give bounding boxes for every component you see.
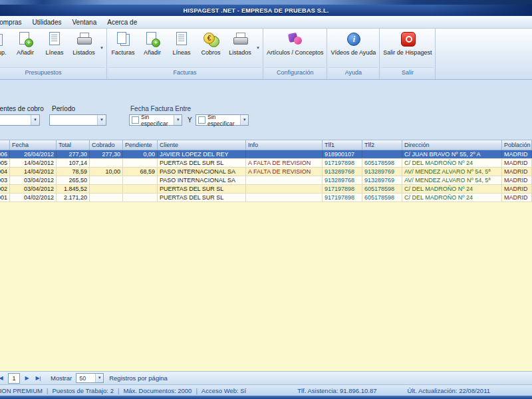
cell-tlf1: 918900107 xyxy=(323,150,362,158)
chevron-down-icon: ▼ xyxy=(240,115,248,125)
and-label: Y xyxy=(188,116,192,124)
table-row[interactable]: 00303/04/2012265,50PASO INTERNACIONAL SA… xyxy=(0,176,532,185)
cell-num: 001 xyxy=(0,194,10,201)
table-row[interactable]: 00104/02/20122.171,20PUERTAS DEL SUR SL9… xyxy=(0,194,532,202)
column-header-tlf1[interactable]: Tlf1 xyxy=(323,140,362,150)
toolbar-group-salir: Salir de HispagestSalir xyxy=(380,29,436,79)
toolbar-button-listados[interactable]: Listados xyxy=(69,29,98,56)
cell-poblacion: MADRID xyxy=(502,176,532,184)
invoice-date-to-filter[interactable]: Sin especificar ▼ xyxy=(196,114,249,126)
cell-tlf2: 605178598 xyxy=(362,194,402,201)
cell-pendiente xyxy=(123,176,158,184)
last-page-button[interactable]: ▶| xyxy=(33,373,43,383)
cell-poblacion: MADRID xyxy=(502,185,532,193)
pending-filter-select[interactable]: ▼ xyxy=(0,114,40,126)
invoice-date-from-filter[interactable]: Sin especificar ▼ xyxy=(129,114,182,126)
cell-cobrado xyxy=(90,185,123,193)
toolbar-button-art-culos-conceptos[interactable]: Artículos / Conceptos xyxy=(265,29,326,56)
menu-item-ventana[interactable]: Ventana xyxy=(67,17,102,27)
status-segment: Puestos de Trabajo: 2 xyxy=(53,387,114,394)
toolbar-group-caption: Presupuestos xyxy=(0,67,105,78)
table-row[interactable]: 00514/04/2012107,14PUERTAS DEL SUR SLA F… xyxy=(0,159,532,168)
printer-icon xyxy=(74,31,93,48)
cell-num: 003 xyxy=(0,176,10,184)
table-row[interactable]: 00203/04/20121.845,52PUERTAS DEL SUR SL9… xyxy=(0,185,532,194)
cell-tlf2 xyxy=(362,150,402,158)
cell-cliente: PASO INTERNACIONAL SA xyxy=(158,168,246,176)
cell-pendiente xyxy=(123,159,158,167)
toolbar-group-facturas: FacturasAñadirLíneasCobrosListados▼Factu… xyxy=(107,29,263,79)
cell-poblacion: MADRID xyxy=(502,150,532,158)
toolbar-button-a-adir[interactable]: Añadir xyxy=(138,29,167,56)
table-row[interactable]: 00414/04/201278,5910,0068,59PASO INTERNA… xyxy=(0,168,532,176)
toolbar-button-l-neas[interactable]: Líneas xyxy=(167,29,196,56)
period-filter-select[interactable]: ▼ xyxy=(49,114,106,126)
column-header-pendiente[interactable]: Pendiente xyxy=(123,140,158,150)
desktop-background xyxy=(0,0,532,5)
menu-item-compras[interactable]: Compras xyxy=(0,17,27,27)
toolbar-group-ayuda: Vídeos de AyudaAyuda xyxy=(327,29,380,79)
column-header-cliente[interactable]: Cliente xyxy=(158,140,246,150)
unspecified-checkbox[interactable] xyxy=(132,116,139,124)
cell-pendiente xyxy=(123,194,158,201)
next-page-button[interactable]: ▶ xyxy=(22,373,32,383)
chevron-down-icon: ▼ xyxy=(174,115,182,125)
records-per-page-label: Registros por página xyxy=(109,374,168,382)
cell-pendiente xyxy=(123,185,158,193)
column-header-direcci-n[interactable]: Dirección xyxy=(402,140,502,150)
cell-tlf2: 605178598 xyxy=(362,185,402,193)
cell-cobrado xyxy=(90,159,123,167)
status-bar: EDITION PREMIUM|Puestos de Trabajo: 2|Má… xyxy=(0,384,532,396)
column-header-info[interactable]: Info xyxy=(246,140,323,150)
grid-empty-area xyxy=(0,202,532,371)
cell-cobrado xyxy=(90,194,123,201)
column-header-tlf2[interactable]: Tlf2 xyxy=(362,140,402,150)
toolbar-group-caption: Configuración xyxy=(265,67,326,78)
chevron-down-icon: ▼ xyxy=(95,374,103,382)
menu-item-utilidades[interactable]: Utilidades xyxy=(27,17,67,27)
cell-poblacion: MADRID xyxy=(502,194,532,201)
support-phone-status: Tlf. Asistencia: 91.896.10.87 xyxy=(297,387,376,394)
cell-poblacion: MADRID xyxy=(502,159,532,167)
cell-info xyxy=(246,176,323,184)
documents-icon xyxy=(114,31,132,48)
column-header-poblaci-n[interactable]: Población xyxy=(502,140,532,150)
cell-total: 277,30 xyxy=(57,150,90,158)
cell-direccion: AV/ MENDEZ ALVARO Nº 54, 5ª xyxy=(402,168,502,176)
invoice-date-range-label: Fecha Factura Entre xyxy=(130,105,191,112)
cell-direccion: C/ JUAN BRAVO Nº 55, 2º A xyxy=(402,150,502,158)
current-page-indicator[interactable]: 1 xyxy=(8,373,20,384)
toolbar-button-l-neas[interactable]: Líneas xyxy=(40,29,69,56)
cell-num: 006 xyxy=(0,150,10,158)
toolbar-button-a-adir[interactable]: Añadir xyxy=(11,29,40,56)
cell-tlf1: 913289768 xyxy=(323,168,362,176)
column-header-cobrado[interactable]: Cobrado xyxy=(90,140,123,150)
toolbar-button-v-deos-de-ayuda[interactable]: Vídeos de Ayuda xyxy=(329,29,378,56)
previous-page-button[interactable]: ◀ xyxy=(0,373,6,383)
column-header-total[interactable]: Total xyxy=(57,140,90,150)
cell-cliente: PUERTAS DEL SUR SL xyxy=(158,185,246,193)
page-size-select[interactable]: 50 ▼ xyxy=(76,373,104,383)
column-header-fecha[interactable]: Fecha xyxy=(10,140,57,150)
toolbar-button-listados[interactable]: Listados xyxy=(225,29,255,56)
toolbar-button-facturas[interactable]: Facturas xyxy=(108,29,138,56)
column-header-row-number[interactable] xyxy=(0,140,10,150)
toolbar-button-salir-de-hispagest[interactable]: Salir de Hispagest xyxy=(381,29,434,56)
cell-total: 1.845,52 xyxy=(57,185,90,193)
table-row[interactable]: 00626/04/2012277,30277,300,00JAVIER LOPE… xyxy=(0,150,532,159)
toolbar-button-cobros[interactable]: Cobros xyxy=(196,29,225,56)
toolbar-dropdown-arrow-icon[interactable]: ▼ xyxy=(256,46,260,50)
cell-direccion: C/ DEL MADROÑO Nº 24 xyxy=(402,159,502,167)
menu-item-acerca-de[interactable]: Acerca de xyxy=(102,17,142,27)
toolbar-group-presupuestos: Presup.AñadirLíneasListados▼Presupuestos xyxy=(0,29,107,79)
cell-info: A FALTA DE REVISION xyxy=(246,159,323,167)
chevron-down-icon: ▼ xyxy=(31,115,39,125)
cell-total: 78,59 xyxy=(57,168,90,176)
toolbar-group-caption: Facturas xyxy=(108,67,261,78)
toolbar-dropdown-arrow-icon[interactable]: ▼ xyxy=(100,46,104,50)
unspecified-checkbox[interactable] xyxy=(198,116,205,124)
unspecified-label: Sin especificar xyxy=(141,114,174,127)
toolbar-button-presup[interactable]: Presup. xyxy=(0,29,11,56)
title-bar: HISPAGEST .NET - EMPRESA DE PRUEBAS S.L. xyxy=(0,5,532,16)
period-filter-label: Período xyxy=(52,105,75,112)
